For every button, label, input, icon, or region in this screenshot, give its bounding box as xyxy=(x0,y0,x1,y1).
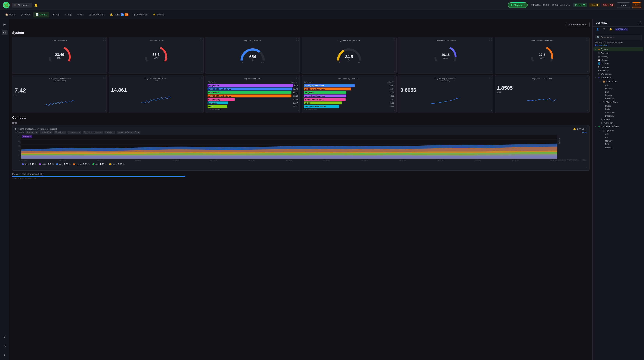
filter-tab-user[interactable]: 👤 xyxy=(595,27,600,32)
gauge-net-in-expand[interactable]: ⛶ xyxy=(489,38,492,41)
tree-k8s-disk[interactable]: Disk xyxy=(604,90,643,94)
gauge-disk-writes-expand[interactable]: ⛶ xyxy=(200,38,202,41)
tree-processes[interactable]: ≡ Processes xyxy=(596,69,643,72)
dimension-tag[interactable]: dimension ▼ xyxy=(26,131,38,134)
tree-pods[interactable]: Pods xyxy=(604,108,643,111)
table-nodes-cpu-corner[interactable]: ⤢ xyxy=(297,110,299,112)
tree-compute[interactable]: ⬡ Compute xyxy=(596,51,643,55)
search-input[interactable] xyxy=(601,36,640,39)
gauge-cpu-node-corner[interactable]: ⤢ xyxy=(297,70,299,72)
chart-grid-icon[interactable]: ⊞ xyxy=(582,128,584,130)
labels-tag[interactable]: 2 labels ▼ xyxy=(104,131,115,134)
table-nodes-ram-expand[interactable]: ⛶ xyxy=(393,76,395,79)
notification-icon[interactable]: 🔔 xyxy=(34,3,38,7)
tree-hardware[interactable]: ⚙ Hardware xyxy=(596,65,643,69)
tree-storage[interactable]: 💾 Storage xyxy=(596,58,643,62)
metric-mem-pressure-corner[interactable]: ⤢ xyxy=(490,110,492,112)
tree-cluster-state[interactable]: ◎ Cluster State xyxy=(596,100,643,104)
offline-badge[interactable]: Offline 14 xyxy=(601,3,615,7)
filter-tab-bell[interactable]: 🔔 xyxy=(608,27,613,32)
tree-cgroups-memory[interactable]: Memory xyxy=(604,139,643,142)
sidebar-settings-icon[interactable]: ⚙ xyxy=(2,343,8,349)
tree-discovery[interactable]: Discovery xyxy=(604,114,643,117)
tree-k8s-cpu[interactable]: CPU xyxy=(604,84,643,87)
panel-collapse-icon[interactable]: ⛶ xyxy=(638,21,641,24)
avg-tag[interactable]: the AVG() ▼ xyxy=(40,131,52,134)
nodes-tag[interactable]: 21 nodes ▼ xyxy=(54,131,66,134)
tree-cgroups[interactable]: ⬡ Cgroups xyxy=(596,128,643,133)
nav-nodes[interactable]: ⬡ Nodes xyxy=(18,12,33,17)
gauge-cpu-node-expand[interactable]: ⛶ xyxy=(296,38,299,41)
chart-bell-icon[interactable]: 🔔 xyxy=(573,128,576,130)
table-nodes-ram-corner[interactable]: ⤢ xyxy=(394,110,395,112)
metric-cpu-pressure-expand[interactable]: ⛶ xyxy=(200,76,202,79)
gauge-ram-node-expand[interactable]: ⛶ xyxy=(393,38,395,41)
metric-cpu-pressure-corner[interactable]: ⤢ xyxy=(201,110,202,112)
metric-sys-load-expand[interactable]: ⛶ xyxy=(586,76,588,79)
filter-tab-funnel[interactable]: ⧩ xyxy=(602,27,607,32)
nav-logs[interactable]: ≡ Logs xyxy=(62,12,74,17)
nav-top[interactable]: ▲ Top xyxy=(50,12,62,17)
nav-metrics[interactable]: 📊 Metrics xyxy=(33,12,49,17)
sidebar-terminal-icon[interactable]: ↓ xyxy=(2,352,8,358)
nav-k8s[interactable]: ⎈ K8s xyxy=(75,12,86,17)
dimensions-tag[interactable]: 9 of 10 dimensions ▼ xyxy=(83,131,103,134)
tree-item-kubernetes[interactable]: ⎈ Kubernetes xyxy=(594,75,643,80)
metric-mem-pressure-expand[interactable]: ⛶ xyxy=(489,76,492,79)
tree-cgroups-network[interactable]: Network xyxy=(604,146,643,149)
live-badge[interactable]: ⊞ Live 25 xyxy=(573,3,587,7)
tree-containers-sub[interactable]: Containers xyxy=(604,111,643,114)
tree-nodes[interactable]: Nodes xyxy=(604,104,643,108)
table-nodes-cpu-expand[interactable]: ⛶ xyxy=(296,76,299,79)
gauge-disk-writes-corner[interactable]: ⤢ xyxy=(201,70,202,72)
sidebar-expand-icon[interactable]: ▶ xyxy=(2,21,8,27)
gauge-net-in-corner[interactable]: ⤢ xyxy=(490,70,492,72)
systems-tag[interactable]: 21 systems ▼ xyxy=(68,131,81,134)
node-selector[interactable]: ⬛ All nodes ▼ xyxy=(12,3,32,7)
gauge-ram-node-corner[interactable]: ⤢ xyxy=(394,70,395,72)
metric-correlations-button[interactable]: Metric correlations xyxy=(566,22,590,27)
chart-more-icon[interactable]: ⋯ xyxy=(585,128,587,130)
gauge-disk-reads-corner[interactable]: ⤢ xyxy=(104,70,106,72)
tree-cgroups-psi[interactable]: PSI xyxy=(604,136,643,139)
gauge-net-out-corner[interactable]: ⤢ xyxy=(587,70,588,72)
metric-sys-load-corner[interactable]: ⤢ xyxy=(587,110,588,112)
tree-containers[interactable]: 📦 Containers xyxy=(596,80,643,84)
nav-alerts[interactable]: 🔔 Alerts 5 20 xyxy=(108,12,131,17)
gauge-net-out-expand[interactable]: ⛶ xyxy=(586,38,588,41)
tree-network[interactable]: 🌐 Network xyxy=(596,62,643,65)
signin-button[interactable]: Sign in xyxy=(617,2,630,8)
anomaly-filter[interactable]: ANOMALY% xyxy=(615,28,628,31)
tree-item-system[interactable]: ◈ System xyxy=(594,47,643,51)
tree-cgroups-cpu[interactable]: CPU xyxy=(604,133,643,136)
tree-kubelet[interactable]: ◎ Kubelet xyxy=(596,117,643,121)
table-nodes-cpu-more[interactable]: ↓ 14 more values xyxy=(208,109,298,110)
metric-disk-io-expand[interactable]: ⛶ xyxy=(103,76,106,79)
reset-button[interactable]: Reset xyxy=(582,131,587,133)
alert-button[interactable]: ⚠ 1 xyxy=(632,2,641,8)
tree-os-services[interactable]: ⊛ O/S Services xyxy=(596,72,643,75)
tree-k8s-processes[interactable]: Processes xyxy=(604,97,643,100)
tree-k8s-nework[interactable]: Nework xyxy=(604,94,643,97)
chart-expand-corner[interactable]: ⤢ xyxy=(586,166,587,168)
nav-anomalies[interactable]: ◈ Anomalies xyxy=(132,12,150,17)
sidebar-help-icon[interactable]: ? xyxy=(2,334,8,340)
stale-badge[interactable]: Stale 3 xyxy=(589,3,600,7)
add-charts-link[interactable]: Add more charts xyxy=(595,44,608,46)
gauge-disk-reads-expand[interactable]: ⛶ xyxy=(103,38,106,41)
tree-cgroups-disk[interactable]: Disk xyxy=(604,142,643,146)
chart-info-icon[interactable]: ℹ xyxy=(577,128,578,130)
chart-reset-icon[interactable]: ↺ xyxy=(579,128,581,130)
tree-memory[interactable]: ▤ Memory xyxy=(596,55,643,58)
nav-events[interactable]: ⚡ Events xyxy=(150,12,166,17)
tree-kubeproxy[interactable]: ◎ Kubeproxy xyxy=(596,121,643,124)
tree-item-containers-vms[interactable]: ◈ Containers & VMs xyxy=(594,124,643,128)
metric-disk-io-corner[interactable]: ⤢ xyxy=(104,110,106,112)
playing-button[interactable]: Playing ▼ xyxy=(508,2,528,8)
nav-home[interactable]: 🏠 Home xyxy=(3,12,18,17)
tree-k8s-memory[interactable]: Memory xyxy=(604,87,643,90)
interval-tag[interactable]: each as AVG() every 3s ▼ xyxy=(117,131,140,134)
gauge-disk-writes-svg: 53.3 MiB/s xyxy=(143,43,169,61)
table-nodes-ram-more[interactable]: ↓ 14 more values xyxy=(304,109,394,110)
nav-dashboards[interactable]: ⊞ Dashboards xyxy=(87,12,107,17)
